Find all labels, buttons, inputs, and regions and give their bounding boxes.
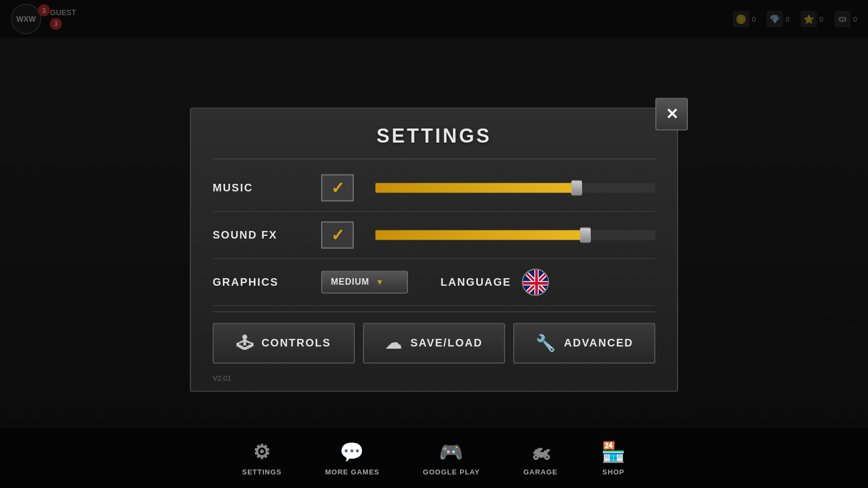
soundfx-checkbox[interactable]: ✓ — [321, 221, 354, 248]
graphics-dropdown[interactable]: MEDIUM ▼ — [321, 271, 408, 293]
save-load-icon: ☁ — [385, 333, 403, 352]
graphics-label: GRAPHICS — [213, 276, 321, 288]
soundfx-checkmark-icon: ✓ — [331, 226, 344, 245]
bottom-nav: ⚙ SETTINGS 💬 MORE GAMES 🎮 GOOGLE PLAY 🏍 … — [0, 428, 868, 488]
settings-title: SETTINGS — [191, 108, 677, 158]
language-label: LANGUAGE — [441, 276, 511, 288]
svg-rect-10 — [523, 282, 549, 285]
checkmark-icon: ✓ — [331, 178, 344, 197]
music-slider-fill — [375, 183, 577, 192]
version-label: V2.01 — [191, 374, 677, 390]
language-flag[interactable] — [522, 268, 549, 296]
more-games-nav-icon: 💬 — [340, 441, 365, 464]
controls-button[interactable]: 🕹 CONTROLS — [213, 323, 355, 363]
language-section: LANGUAGE — [441, 268, 549, 296]
shop-nav-icon: 🏪 — [601, 441, 626, 464]
svg-line-12 — [548, 268, 549, 283]
save-load-button[interactable]: ☁ SAVE/LOAD — [363, 323, 505, 363]
advanced-icon: 🔧 — [535, 333, 557, 352]
nav-item-settings[interactable]: ⚙ SETTINGS — [242, 441, 282, 476]
action-buttons: 🕹 CONTROLS ☁ SAVE/LOAD 🔧 ADVANCED — [191, 312, 677, 374]
advanced-button[interactable]: 🔧 ADVANCED — [513, 323, 655, 363]
soundfx-label: SOUND FX — [213, 229, 321, 241]
soundfx-slider-thumb[interactable] — [580, 227, 591, 242]
settings-nav-icon: ⚙ — [253, 441, 271, 464]
settings-dialog: ✕ SETTINGS MUSIC ✓ SOUND FX ✓ — [190, 107, 678, 391]
music-row: MUSIC ✓ — [213, 164, 655, 211]
garage-nav-icon: 🏍 — [531, 441, 551, 464]
soundfx-row: SOUND FX ✓ — [213, 211, 655, 259]
soundfx-slider-fill — [375, 230, 585, 240]
nav-item-garage[interactable]: 🏍 GARAGE — [524, 441, 558, 476]
music-slider-thumb[interactable] — [571, 180, 582, 195]
music-label: MUSIC — [213, 182, 321, 194]
google-play-nav-icon: 🎮 — [439, 441, 464, 464]
controls-icon: 🕹 — [237, 334, 254, 352]
nav-item-shop[interactable]: 🏪 SHOP — [601, 441, 626, 476]
uk-flag-icon — [523, 269, 549, 296]
soundfx-slider[interactable] — [375, 230, 655, 240]
dropdown-arrow-icon: ▼ — [376, 278, 384, 286]
graphics-language-row: GRAPHICS MEDIUM ▼ LANGUAGE — [213, 259, 655, 306]
music-checkbox[interactable]: ✓ — [321, 174, 354, 201]
nav-item-google-play[interactable]: 🎮 GOOGLE PLAY — [423, 441, 480, 476]
close-button[interactable]: ✕ — [655, 98, 688, 130]
nav-item-more-games[interactable]: 💬 MORE GAMES — [325, 441, 379, 476]
settings-content: MUSIC ✓ SOUND FX ✓ GRAPHI — [191, 159, 677, 311]
music-slider[interactable] — [375, 183, 655, 192]
